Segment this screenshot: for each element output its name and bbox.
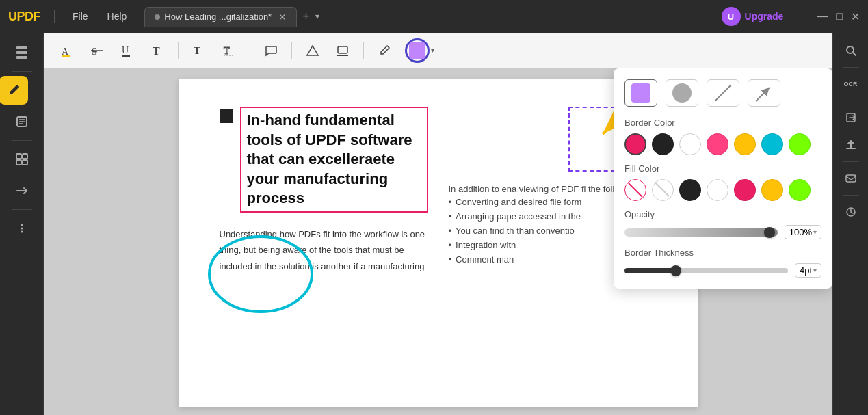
strikethrough-tool[interactable]: S xyxy=(85,38,109,63)
sidebar-icon-annotate[interactable] xyxy=(0,76,28,105)
text-tool[interactable]: T xyxy=(145,38,170,63)
opacity-value-display[interactable]: 100% ▾ xyxy=(785,225,821,239)
tab-close-button[interactable]: ✕ xyxy=(278,12,287,23)
border-color-black[interactable] xyxy=(652,133,674,155)
tab-title: How Leading ...gitalization* xyxy=(164,12,272,22)
maximize-button[interactable]: □ xyxy=(836,10,843,23)
text-outline-tool[interactable]: T xyxy=(217,38,241,63)
tab-area: How Leading ...gitalization* ✕ + ▾ xyxy=(144,7,715,27)
sidebar-divider-3 xyxy=(12,209,32,210)
opacity-slider-thumb[interactable] xyxy=(764,227,775,238)
pencil-tool[interactable] xyxy=(372,38,397,63)
border-color-white[interactable] xyxy=(679,133,701,155)
opacity-value-text: 100% xyxy=(789,227,812,237)
right-mail-icon[interactable] xyxy=(839,166,863,191)
circle-preview xyxy=(672,83,692,103)
comment-tool[interactable] xyxy=(259,38,283,63)
svg-point-11 xyxy=(21,224,23,226)
circle-shape-button[interactable] xyxy=(666,79,698,107)
menu-file[interactable]: File xyxy=(66,8,95,25)
active-color-button[interactable] xyxy=(405,38,430,63)
svg-line-32 xyxy=(756,88,770,101)
color-tool-wrapper: ▾ xyxy=(405,38,434,63)
minimize-button[interactable]: — xyxy=(817,10,828,23)
fill-color-transparent[interactable] xyxy=(652,179,674,201)
right-share-icon[interactable] xyxy=(839,133,863,157)
fill-color-none[interactable] xyxy=(624,179,646,201)
color-dropdown-arrow[interactable]: ▾ xyxy=(431,46,434,54)
fill-color-green[interactable] xyxy=(789,179,811,201)
right-divider-3 xyxy=(843,161,859,162)
sidebar-icon-convert[interactable] xyxy=(8,176,36,205)
border-color-red[interactable] xyxy=(624,133,646,155)
fill-color-red[interactable] xyxy=(734,179,756,201)
right-ocr-icon[interactable]: OCR xyxy=(839,72,863,96)
svg-line-36 xyxy=(853,53,856,55)
fill-color-yellow[interactable] xyxy=(761,179,783,201)
opacity-label: Opacity xyxy=(624,209,821,219)
divider-1 xyxy=(54,10,55,23)
svg-text:U: U xyxy=(122,45,129,55)
thickness-dropdown-arrow[interactable]: ▾ xyxy=(813,267,817,274)
markup-tool[interactable] xyxy=(300,38,325,63)
svg-point-13 xyxy=(21,231,23,233)
right-divider-2 xyxy=(843,101,859,101)
opacity-dropdown-arrow[interactable]: ▾ xyxy=(813,228,817,236)
right-divider-4 xyxy=(843,195,859,196)
underline-tool[interactable]: U xyxy=(115,38,140,63)
new-tab-button[interactable]: + xyxy=(302,10,310,24)
left-sidebar xyxy=(0,33,44,415)
thickness-value-display[interactable]: 4pt ▾ xyxy=(795,263,821,278)
thickness-slider-thumb[interactable] xyxy=(670,265,681,276)
svg-text:S: S xyxy=(92,46,97,57)
svg-rect-0 xyxy=(16,46,27,49)
svg-marker-24 xyxy=(307,46,318,55)
left-column: In-hand fundamental tools of UPDF softwa… xyxy=(220,107,428,274)
highlight-tool[interactable]: A xyxy=(55,38,79,63)
svg-rect-9 xyxy=(16,160,21,165)
text-box-tool[interactable]: T xyxy=(187,38,211,63)
sidebar-icon-pages[interactable] xyxy=(8,38,36,67)
color-panel: Border Color Fill Color xyxy=(614,68,832,289)
right-sidebar: OCR xyxy=(832,33,868,415)
circle-annotation xyxy=(206,233,315,315)
right-extract-icon[interactable] xyxy=(839,105,863,130)
tab-dot xyxy=(155,14,160,20)
border-color-yellow[interactable] xyxy=(734,133,756,155)
sidebar-icon-organize[interactable] xyxy=(8,145,36,174)
opacity-slider[interactable] xyxy=(624,228,778,237)
arrow-preview xyxy=(754,83,774,103)
line-shape-button[interactable] xyxy=(707,79,739,107)
border-color-teal[interactable] xyxy=(761,133,783,155)
user-avatar: U xyxy=(722,7,741,26)
thickness-slider[interactable] xyxy=(624,268,788,273)
svg-line-34 xyxy=(655,183,669,196)
sidebar-icon-more[interactable] xyxy=(8,214,36,243)
border-color-label: Border Color xyxy=(624,118,821,128)
divider-2 xyxy=(800,10,800,23)
border-color-pink[interactable] xyxy=(707,133,728,155)
arrow-shape-button[interactable] xyxy=(748,79,780,107)
border-color-green[interactable] xyxy=(789,133,811,155)
rectangle-shape-button[interactable] xyxy=(624,79,657,107)
sidebar-divider-1 xyxy=(12,71,32,72)
line-preview xyxy=(713,83,733,103)
active-tab[interactable]: How Leading ...gitalization* ✕ xyxy=(144,7,297,27)
right-search-icon[interactable] xyxy=(839,38,863,63)
upgrade-button[interactable]: U Upgrade xyxy=(722,7,784,26)
stamp-tool[interactable] xyxy=(330,38,355,63)
toolbar-divider-1 xyxy=(178,42,179,59)
fill-color-white[interactable] xyxy=(707,179,728,201)
right-divider-1 xyxy=(843,67,859,68)
sidebar-icon-edit[interactable] xyxy=(8,107,36,136)
toolbar-divider-2 xyxy=(250,42,250,59)
app-logo: UPDF xyxy=(8,10,40,24)
close-button[interactable]: ✕ xyxy=(851,10,860,23)
border-thickness-label: Border Thickness xyxy=(624,247,821,258)
tab-dropdown-button[interactable]: ▾ xyxy=(315,12,319,21)
fill-color-black[interactable] xyxy=(679,179,701,201)
fill-color-row xyxy=(624,179,821,201)
window-controls: — □ ✕ xyxy=(817,10,860,23)
menu-help[interactable]: Help xyxy=(101,8,134,25)
right-history-icon[interactable] xyxy=(839,200,863,224)
